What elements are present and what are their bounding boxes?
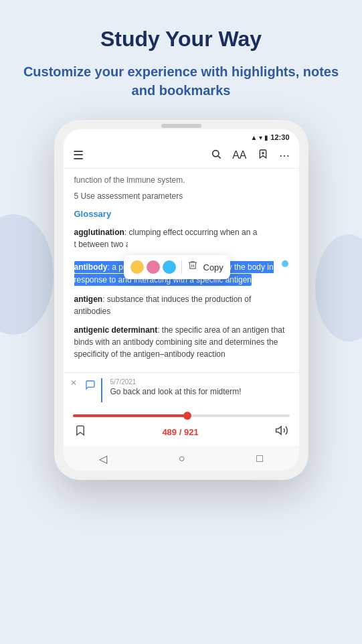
current-page: 489 [162,427,177,437]
recents-nav-icon[interactable]: □ [256,453,263,465]
back-nav-icon[interactable]: ◁ [99,453,107,465]
term-antigenic-determinant: antigenic determinant [74,325,158,335]
glossary-title: Glossary [74,208,288,221]
progress-bar-fill [73,414,188,417]
bottom-bar: 489 / 921 [64,420,299,446]
battery-icon: ▮ [264,134,268,141]
note-close-button[interactable]: ✕ [70,378,77,388]
bg-decoration-right [315,234,362,341]
font-size-icon[interactable]: AA [232,149,246,161]
more-icon[interactable]: ⋯ [279,149,290,162]
phone-notch [161,124,201,128]
term-antigen: antigen [74,295,103,304]
bookmark-star-icon[interactable] [258,149,268,162]
status-time: 12:30 [270,133,289,141]
header-section: Study Your Way Customize your experience… [0,0,362,113]
pink-highlight-circle[interactable] [147,260,160,274]
wifi-icon: ▾ [259,134,262,141]
note-inner: 5/7/2021 Go back and look at this for mi… [110,378,291,396]
progress-section [64,409,299,420]
signal-icon: ▲ [250,134,257,141]
note-comment-icon [85,380,96,393]
note-text: Go back and look at this for midterm! [110,387,291,396]
audio-icon[interactable] [275,424,288,440]
app-toolbar: ☰ AA ⋯ [64,143,299,169]
glossary-entry-antigenic-determinant: antigenic determinant: the specific area… [74,324,288,360]
progress-dot [183,412,191,420]
bookmark-icon[interactable] [74,424,86,440]
def-agglutination-2: t between two antig [74,238,128,250]
note-date: 5/7/2021 [110,378,291,386]
toolbar-icons-group: AA ⋯ [211,149,289,162]
yellow-highlight-circle[interactable] [130,260,144,274]
svg-point-0 [213,151,219,157]
menu-icon[interactable]: ☰ [73,148,84,163]
nav-bar: ◁ ○ □ [64,446,299,471]
color-circles [130,260,176,274]
main-title: Study Your Way [20,27,342,52]
blue-highlight-circle[interactable] [163,260,176,274]
highlight-dot[interactable] [282,260,288,267]
svg-line-1 [218,156,221,159]
popup-divider [181,260,182,274]
status-bar: ▲ ▾ ▮ 12:30 [64,129,299,143]
phone-screen: ▲ ▾ ▮ 12:30 ☰ AA [64,129,299,471]
copy-button[interactable]: Copy [203,262,223,272]
intro-text: function of the immune system. [74,174,288,186]
page-counter: 489 / 921 [162,427,198,437]
delete-icon[interactable] [187,259,198,275]
note-content: 5/7/2021 Go back and look at this for mi… [72,378,291,402]
search-icon[interactable] [211,149,221,162]
glossary-entry-agglutination: agglutination: clumping effect occurring… [74,226,288,254]
bg-decoration-left [0,214,54,335]
section-number: 5 Use assessment parameters [74,190,288,202]
popup-toolbar: Copy [124,255,230,279]
progress-bar-background[interactable] [73,414,290,417]
phone-mockup: ▲ ▾ ▮ 12:30 ☰ AA [54,120,308,480]
note-panel: ✕ 5/7/2021 Go back and look at this for … [64,372,299,409]
svg-marker-4 [276,426,281,434]
glossary-entry-antigen: antigen: substance that induces the prod… [74,293,288,317]
term-agglutination: agglutination [74,228,124,237]
page-separator: / 921 [179,427,199,437]
note-border [101,378,102,402]
subtitle: Customize your experience with highlight… [20,62,342,100]
status-icons: ▲ ▾ ▮ 12:30 [250,133,289,141]
home-nav-icon[interactable]: ○ [179,453,185,465]
content-area: function of the immune system. 5 Use ass… [64,169,299,372]
phone-body: ▲ ▾ ▮ 12:30 ☰ AA [54,120,308,480]
def-agglutination-1: : clumping effect occurring when an a [124,228,258,237]
